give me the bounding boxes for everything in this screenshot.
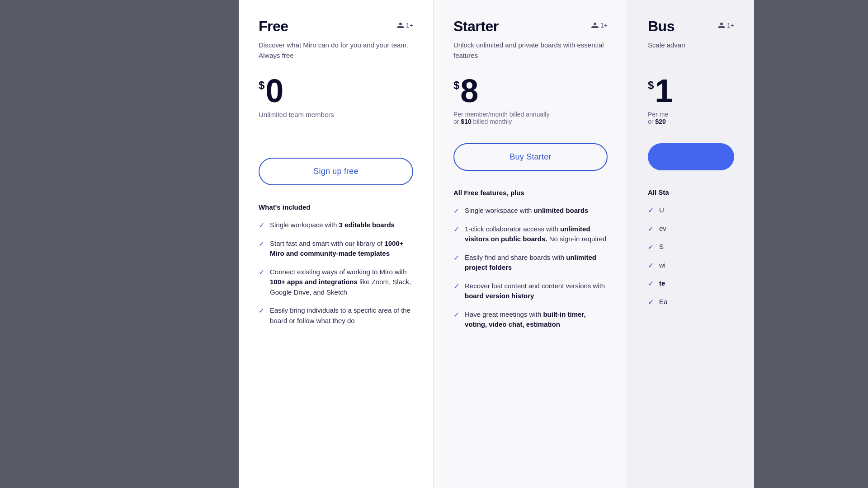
starter-feature-3: ✓ Easily find and share boards with unli…	[453, 253, 608, 273]
starter-members-label: 1+	[600, 22, 608, 29]
free-cta-button[interactable]: Sign up free	[259, 158, 413, 185]
free-feature-text-2: Start fast and smart with our library of…	[270, 239, 413, 259]
person-icon	[397, 22, 404, 29]
starter-feature-4: ✓ Recover lost content and content versi…	[453, 281, 608, 301]
starter-check-icon-4: ✓	[453, 282, 459, 291]
starter-feature-text-4: Recover lost content and content version…	[465, 281, 608, 301]
starter-plan-card: Starter 1+ Unlock unlimited and private …	[433, 0, 627, 488]
free-plan-card: Free 1+ Discover what Miro can do for yo…	[239, 0, 433, 488]
business-feature-6: ✓ Ea	[648, 297, 734, 307]
business-check-icon-4: ✓	[648, 261, 654, 270]
business-feature-text-4: wi	[659, 260, 665, 271]
free-feature-1: ✓ Single workspace with 3 editable board…	[259, 220, 413, 230]
business-check-icon-3: ✓	[648, 243, 654, 251]
business-cta-button[interactable]	[648, 143, 734, 170]
business-monthly-label: or	[648, 118, 655, 125]
business-feature-1: ✓ U	[648, 205, 734, 216]
business-price-value: 1	[655, 75, 671, 107]
free-price-row: $ 0	[259, 75, 413, 107]
starter-plan-members: 1+	[591, 22, 608, 29]
starter-price-subtext: Per member/month billed annually or $10 …	[453, 111, 608, 129]
starter-plan-name: Starter	[453, 18, 499, 35]
business-check-icon-2: ✓	[648, 225, 654, 233]
business-feature-text-5: te	[659, 278, 665, 289]
free-price-value: 0	[265, 75, 282, 107]
starter-check-icon-2: ✓	[453, 225, 459, 234]
starter-price-value: 8	[460, 75, 476, 107]
check-icon-1: ✓	[259, 221, 264, 230]
free-feature-text-1: Single workspace with 3 editable boards	[270, 220, 395, 230]
business-members-label: 1+	[727, 22, 734, 29]
free-plan-header: Free 1+	[259, 18, 413, 35]
starter-person-icon	[591, 22, 599, 29]
starter-monthly-suffix: billed monthly	[472, 118, 512, 125]
business-monthly-amount: $20	[655, 118, 665, 125]
business-feature-text-2: ev	[659, 224, 666, 234]
starter-feature-1: ✓ Single workspace with unlimited boards	[453, 206, 608, 216]
starter-feature-2: ✓ 1-click collaborator access with unlim…	[453, 224, 608, 244]
free-plan-name: Free	[259, 18, 288, 35]
starter-check-icon-1: ✓	[453, 206, 459, 215]
business-plan-members: 1+	[718, 22, 734, 29]
check-icon-4: ✓	[259, 306, 264, 315]
free-price-note: Unlimited team members	[259, 111, 413, 122]
starter-billing-text: Per member/month billed annually	[453, 111, 549, 118]
free-feature-text-4: Easily bring individuals to a specific a…	[270, 305, 413, 326]
business-check-icon-6: ✓	[648, 298, 654, 306]
business-feature-3: ✓ S	[648, 242, 734, 252]
business-billing-text: Per me	[648, 111, 668, 118]
starter-plan-description: Unlock unlimited and private boards with…	[453, 40, 608, 62]
business-plan-header: Bus 1+	[648, 18, 734, 35]
free-plan-description: Discover what Miro can do for you and yo…	[259, 40, 413, 62]
business-feature-2: ✓ ev	[648, 224, 734, 234]
free-feature-4: ✓ Easily bring individuals to a specific…	[259, 305, 413, 326]
starter-cta-button[interactable]: Buy Starter	[453, 143, 608, 171]
free-plan-members: 1+	[397, 22, 413, 29]
starter-check-icon-3: ✓	[453, 253, 459, 262]
starter-feature-text-1: Single workspace with unlimited boards	[465, 206, 588, 216]
pricing-container: Free 1+ Discover what Miro can do for yo…	[239, 0, 868, 488]
starter-price-row: $ 8	[453, 75, 608, 107]
starter-monthly-amount: $10	[461, 118, 471, 125]
business-price-dollar: $	[648, 79, 654, 92]
business-person-icon	[718, 22, 725, 29]
business-check-icon-1: ✓	[648, 206, 654, 215]
starter-plan-header: Starter 1+	[453, 18, 608, 35]
check-icon-3: ✓	[259, 268, 264, 277]
business-price-row: $ 1	[648, 75, 734, 107]
business-features-title: All Sta	[648, 188, 734, 196]
starter-feature-text-5: Have great meetings with built-in timer,…	[465, 310, 608, 330]
starter-feature-text-2: 1-click collaborator access with unlimit…	[465, 224, 608, 244]
check-icon-2: ✓	[259, 239, 264, 248]
business-price-subtext: Per me or $20	[648, 111, 734, 129]
business-check-icon-5: ✓	[648, 279, 654, 288]
business-feature-5: ✓ te	[648, 278, 734, 289]
business-feature-text-1: U	[659, 205, 664, 216]
business-feature-4: ✓ wi	[648, 260, 734, 271]
free-feature-text-3: Connect existing ways of working to Miro…	[270, 267, 413, 298]
business-plan-description: Scale advan	[648, 40, 734, 62]
starter-feature-5: ✓ Have great meetings with built-in time…	[453, 310, 608, 330]
free-feature-3: ✓ Connect existing ways of working to Mi…	[259, 267, 413, 298]
business-plan-card: Bus 1+ Scale advan $ 1 Per me or $20 All…	[627, 0, 754, 488]
starter-check-icon-5: ✓	[453, 310, 459, 319]
free-members-label: 1+	[406, 22, 413, 29]
starter-price-dollar: $	[453, 79, 459, 92]
starter-feature-text-3: Easily find and share boards with unlimi…	[465, 253, 608, 273]
free-feature-2: ✓ Start fast and smart with our library …	[259, 239, 413, 259]
business-feature-text-3: S	[659, 242, 664, 252]
free-features-title: What's included	[259, 203, 413, 211]
starter-monthly-label: or	[453, 118, 461, 125]
free-price-dollar: $	[259, 79, 264, 92]
business-feature-text-6: Ea	[659, 297, 667, 307]
business-plan-name: Bus	[648, 18, 675, 35]
starter-features-title: All Free features, plus	[453, 189, 608, 197]
free-billing-spacer	[259, 140, 413, 158]
